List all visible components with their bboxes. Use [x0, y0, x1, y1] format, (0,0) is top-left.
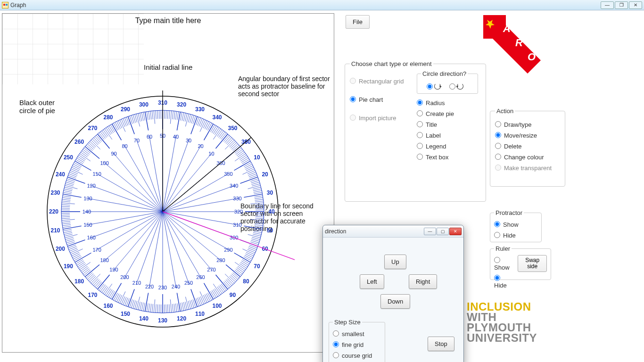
- dialog-close-button[interactable]: ✕: [449, 228, 462, 235]
- svg-line-145: [141, 303, 143, 311]
- svg-line-40: [256, 206, 264, 207]
- dialog-maximize-button[interactable]: ▢: [437, 228, 449, 235]
- svg-line-271: [95, 136, 100, 142]
- svg-line-339: [203, 121, 207, 128]
- radio-delete[interactable]: Delete: [495, 141, 560, 152]
- svg-line-196: [72, 254, 80, 257]
- radio-pie-chart[interactable]: Pie chart: [350, 94, 411, 105]
- svg-line-19: [248, 171, 255, 174]
- svg-text:60: 60: [147, 134, 152, 140]
- svg-line-86: [231, 275, 237, 280]
- radio-step-fine[interactable]: fine grid: [333, 339, 381, 350]
- svg-line-45: [256, 215, 264, 215]
- radio-ruler-hide[interactable]: Hide: [494, 273, 515, 291]
- svg-line-279: [106, 128, 111, 135]
- svg-line-146: [140, 302, 142, 311]
- maximize-button[interactable]: ❐: [615, 1, 628, 9]
- minimize-button[interactable]: —: [601, 1, 614, 9]
- radio-legend[interactable]: Legend: [417, 141, 478, 152]
- radio-title[interactable]: Title: [417, 119, 478, 130]
- svg-text:340: 340: [230, 183, 238, 189]
- chart-canvas[interactable]: Type main title here Initial radial line…: [2, 13, 334, 353]
- svg-line-229: [62, 201, 70, 202]
- svg-line-176: [93, 280, 99, 286]
- close-button[interactable]: ✕: [629, 1, 642, 9]
- radio-draw-type[interactable]: Draw/type: [495, 119, 560, 130]
- radio-move-resize[interactable]: Move/resize: [495, 130, 560, 141]
- radio-ruler-show[interactable]: Show: [494, 255, 515, 273]
- svg-line-301: [141, 113, 143, 121]
- svg-line-118: [185, 297, 189, 310]
- svg-line-7: [238, 152, 245, 157]
- svg-line-161: [115, 294, 119, 301]
- radio-protractor-hide[interactable]: Hide: [494, 230, 537, 241]
- svg-line-214: [63, 226, 71, 228]
- right-button[interactable]: Right: [409, 274, 437, 289]
- direction-dialog[interactable]: direction — ▢ ✕ Up Left Right Down Stop …: [322, 225, 464, 362]
- svg-line-250: [72, 165, 80, 169]
- radio-import-picture[interactable]: Import picture: [350, 113, 411, 123]
- svg-line-324: [181, 112, 182, 121]
- svg-line-267: [90, 141, 96, 148]
- svg-text:110: 110: [92, 171, 101, 177]
- app-icon: [2, 2, 8, 8]
- svg-line-321: [175, 111, 177, 120]
- svg-line-231: [62, 197, 71, 199]
- up-button[interactable]: Up: [384, 255, 406, 269]
- radio-make-transparent[interactable]: Make transparent: [495, 163, 560, 173]
- svg-line-121: [182, 303, 184, 311]
- stop-button[interactable]: Stop: [428, 337, 454, 351]
- svg-text:270: 270: [88, 125, 98, 132]
- svg-line-65: [249, 247, 257, 250]
- radio-protractor-show[interactable]: Show: [494, 219, 537, 230]
- svg-line-41: [256, 208, 264, 208]
- svg-line-337: [200, 119, 204, 127]
- choose-chart-group: Choose chart type or element Rectangular…: [345, 60, 486, 202]
- svg-line-317: [169, 111, 170, 119]
- radio-create-pie[interactable]: Create pie: [417, 108, 478, 119]
- svg-text:90: 90: [111, 151, 116, 156]
- left-button[interactable]: Left: [360, 274, 384, 289]
- svg-line-351: [220, 132, 225, 139]
- svg-line-302: [143, 112, 145, 121]
- swap-side-button[interactable]: Swap side: [518, 255, 547, 272]
- svg-line-308: [154, 111, 155, 124]
- svg-line-289: [122, 119, 125, 127]
- radio-direction-ccw[interactable]: [449, 83, 463, 90]
- radio-change-colour[interactable]: Change colour: [495, 152, 560, 163]
- svg-text:20: 20: [198, 143, 203, 149]
- svg-line-178: [91, 274, 100, 283]
- radio-step-smallest[interactable]: smallest: [333, 329, 381, 339]
- radio-step-course[interactable]: course grid: [333, 350, 381, 361]
- svg-line-50: [255, 223, 264, 224]
- svg-line-218: [62, 219, 75, 220]
- dialog-minimize-button[interactable]: —: [424, 228, 436, 235]
- svg-line-163: [112, 283, 122, 300]
- svg-line-51: [255, 224, 263, 226]
- action-group: Action Draw/type Move/resize Delete Chan…: [490, 107, 565, 187]
- radio-label[interactable]: Label: [417, 130, 478, 141]
- down-button[interactable]: Down: [380, 294, 410, 309]
- svg-text:210: 210: [50, 227, 60, 234]
- radio-direction-cw[interactable]: [427, 83, 441, 90]
- direction-dialog-titlebar[interactable]: direction — ▢ ✕: [323, 225, 463, 238]
- svg-line-258: [80, 154, 91, 161]
- svg-line-190: [78, 262, 85, 267]
- svg-line-148: [136, 297, 140, 310]
- chart-title[interactable]: Type main title here: [2, 16, 334, 25]
- svg-text:330: 330: [233, 196, 241, 201]
- radio-rectangular-grid[interactable]: Rectangular grid: [350, 76, 411, 87]
- svg-text:230: 230: [50, 189, 60, 196]
- svg-line-6: [237, 151, 243, 156]
- radio-radius[interactable]: Radius: [417, 98, 478, 108]
- file-menu-button[interactable]: File: [346, 15, 370, 29]
- svg-line-251: [73, 164, 81, 168]
- svg-line-85: [231, 274, 238, 280]
- svg-line-109: [200, 296, 204, 304]
- svg-line-135: [159, 304, 159, 313]
- svg-text:330: 330: [195, 106, 205, 113]
- svg-line-249: [72, 167, 79, 171]
- radio-textbox[interactable]: Text box: [417, 152, 478, 163]
- svg-line-281: [109, 126, 114, 133]
- svg-line-259: [81, 152, 88, 157]
